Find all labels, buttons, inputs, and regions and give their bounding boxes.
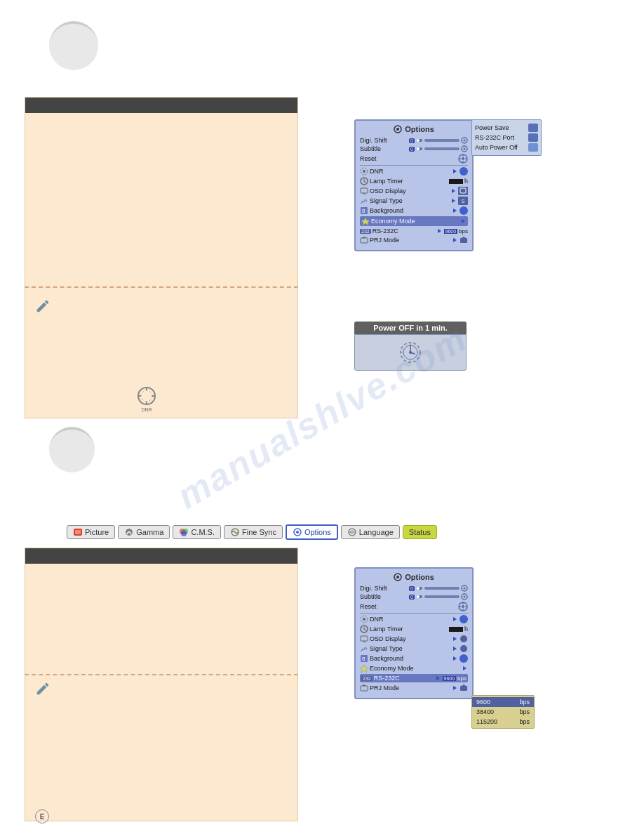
svg-point-68 xyxy=(460,645,467,652)
rs232-val-bot: 9600 xyxy=(443,676,457,681)
economy-item-rs232[interactable]: RS-232C Port xyxy=(475,133,538,142)
power-off-clock xyxy=(354,334,467,371)
rs232-item-115200[interactable]: 115200 bps xyxy=(472,717,534,727)
economy-item-autopoweroff[interactable]: Auto Power Off xyxy=(475,143,538,152)
svg-point-14 xyxy=(296,531,299,534)
prj-label-bot: PRJ Mode xyxy=(370,684,450,691)
digi-shift-val-top: 0 xyxy=(409,138,415,143)
digi-shift-slider-top[interactable] xyxy=(424,139,459,142)
economy-arrow-bot xyxy=(463,666,467,670)
osd-arrow-bot xyxy=(453,637,457,641)
tab-gamma[interactable]: Gamma xyxy=(118,525,170,539)
tab-cms[interactable]: C.M.S. xyxy=(173,525,221,539)
subtitle-label-top: Subtitle xyxy=(360,145,408,152)
svg-point-55 xyxy=(464,588,466,590)
dnr-label-top: DNR xyxy=(370,168,450,175)
svg-rect-73 xyxy=(460,686,467,691)
tab-finesync[interactable]: Fine Sync xyxy=(224,525,283,539)
economy-arrow-top xyxy=(462,219,465,223)
economy-powersave-box xyxy=(528,124,538,132)
signal-arrow-bot xyxy=(453,647,457,651)
rs232-val-top: 9600 xyxy=(444,229,458,234)
economy-autopoweroff-label: Auto Power Off xyxy=(475,144,518,151)
rs232-38400-label: 38400 xyxy=(476,708,494,715)
dnr-blue-top xyxy=(459,167,468,176)
power-off-text: Power OFF in 1 min. xyxy=(354,322,467,334)
signal-icon-top: S xyxy=(458,197,468,205)
row-rs232-bot: 232 RS-232C 9600 bps xyxy=(360,674,468,682)
svg-rect-71 xyxy=(361,686,368,691)
e-badge: E xyxy=(35,809,49,823)
rs232-115200-unit: bps xyxy=(519,718,530,725)
rs232-submenu: 9600 bps 38400 bps 115200 bps xyxy=(471,695,535,729)
svg-point-22 xyxy=(464,140,466,142)
subtitle-slider-top[interactable] xyxy=(424,147,459,150)
tab-options[interactable]: Options xyxy=(286,524,338,540)
svg-point-67 xyxy=(460,635,467,642)
bg-label-bot: Background xyxy=(370,655,450,662)
subtitle-slider-bot[interactable] xyxy=(424,595,459,598)
prj-arrow-top xyxy=(453,238,457,242)
bg-label-top: Background xyxy=(370,207,450,214)
signal-arrow-top xyxy=(452,199,455,203)
row-prj-bot: PRJ Mode xyxy=(360,684,468,692)
subtitle-val-bot: 0 xyxy=(409,595,415,600)
tab-status-label: Status xyxy=(409,528,431,536)
row-subtitle-bot: Subtitle 0 xyxy=(360,593,468,600)
signal-label-bot: Signal Type xyxy=(370,645,450,652)
rs232-tag-bot: 232 xyxy=(361,676,373,681)
svg-point-51 xyxy=(396,576,399,578)
options-panel-bottom: Options Digi. Shift 0 Subtitle 0 Reset xyxy=(354,567,474,699)
options-title-top: Options xyxy=(360,125,468,133)
svg-text:B: B xyxy=(362,656,365,661)
svg-point-1 xyxy=(141,390,152,402)
osd-arrow-top xyxy=(452,189,455,193)
subtitle-val-top: 0 xyxy=(409,147,415,152)
dashed-line-top xyxy=(25,286,298,288)
tab-language-label: Language xyxy=(359,528,394,536)
power-off-notification: Power OFF in 1 min. xyxy=(354,322,467,371)
panel-header-bottom xyxy=(25,548,297,564)
lamp-val-bot xyxy=(449,627,463,632)
svg-point-26 xyxy=(464,148,466,150)
svg-rect-65 xyxy=(361,636,368,641)
reset-label-top: Reset xyxy=(360,155,457,162)
digi-shift-slider-bot[interactable] xyxy=(424,587,459,590)
rs232-38400-unit: bps xyxy=(519,708,530,715)
osd-label-top: OSD Display xyxy=(370,187,449,194)
lamp-unit-bot: h xyxy=(464,626,468,633)
dnr-label-bot: DNR xyxy=(370,616,450,623)
row-dnr-bot: DNR xyxy=(360,615,468,623)
tab-language[interactable]: Language xyxy=(341,525,400,539)
row-lamp-bot: Lamp Timer h xyxy=(360,625,468,633)
top-panel xyxy=(25,97,298,418)
panel-header-top xyxy=(25,98,297,113)
economy-item-powersave[interactable]: Power Save xyxy=(475,124,538,132)
economy-label-top: Economy Mode xyxy=(371,218,459,225)
tab-status[interactable]: Status xyxy=(403,525,437,539)
svg-point-53 xyxy=(417,587,420,590)
rs232-item-9600[interactable]: 9600 bps xyxy=(472,697,534,707)
row-signal-bot: Signal Type xyxy=(360,644,468,653)
rs232-9600-label: 9600 xyxy=(476,699,490,706)
rs232-item-38400[interactable]: 38400 bps xyxy=(472,707,534,717)
svg-point-11 xyxy=(181,531,187,536)
reset-label-bot: Reset xyxy=(360,603,457,610)
rs232-arrow-bot xyxy=(436,676,440,680)
rs232-tag-top: 232 xyxy=(360,229,371,234)
loading-circle-mid xyxy=(49,427,95,472)
svg-point-61 xyxy=(462,605,464,608)
svg-rect-34 xyxy=(460,188,466,193)
signal-label-top: Signal Type xyxy=(370,197,449,204)
bg-blue-top xyxy=(459,206,468,215)
svg-point-24 xyxy=(417,147,420,150)
rs232-9600-unit: bps xyxy=(519,699,530,706)
rs232-unit-bot: bps xyxy=(457,675,467,682)
tab-picture[interactable]: Picture xyxy=(67,525,115,539)
economy-powersave-label: Power Save xyxy=(475,124,509,131)
osd-label-bot: OSD Display xyxy=(370,635,450,642)
tab-cms-label: C.M.S. xyxy=(191,528,215,536)
row-osd-top: OSD Display xyxy=(360,187,468,195)
row-osd-bot: OSD Display xyxy=(360,635,468,643)
lamp-label-bot: Lamp Timer xyxy=(370,626,448,633)
